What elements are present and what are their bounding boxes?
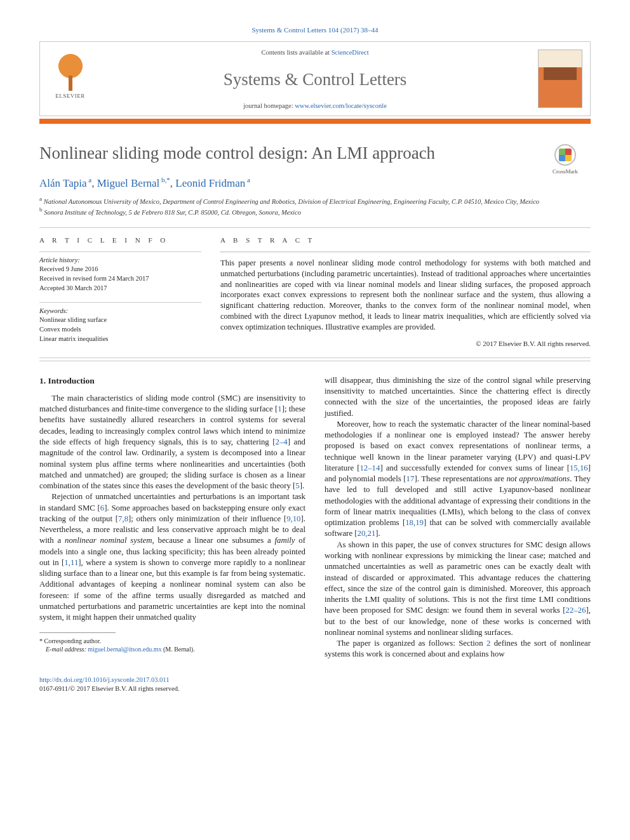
intro-para-4: As shown in this paper, the use of conve… (325, 540, 591, 638)
author-1[interactable]: Alán Tapia (39, 177, 87, 189)
ref-link[interactable]: 18,19 (405, 518, 424, 527)
orange-divider (39, 119, 591, 124)
contents-available-line: Contents lists available at ScienceDirec… (261, 48, 368, 57)
ref-link[interactable]: 12–14 (359, 463, 380, 472)
ref-link[interactable]: 9,10 (286, 514, 300, 523)
abstract-copyright: © 2017 Elsevier B.V. All rights reserved… (220, 339, 591, 349)
affiliation-a: a National Autonomous University of Mexi… (39, 195, 591, 206)
intro-para-1-text: The main characteristics of sliding mode… (39, 394, 305, 490)
crossmark-icon (554, 144, 576, 166)
author-1-affil-sup: a (87, 176, 92, 183)
keywords-block: Keywords: Nonlinear sliding surface Conv… (39, 307, 201, 344)
crossmark-badge[interactable]: CrossMark (540, 142, 591, 175)
intro-para-2-continued: will disappear, thus diminishing the siz… (325, 375, 591, 419)
journal-reference-link[interactable]: Systems & Control Letters 104 (2017) 38–… (251, 26, 378, 34)
elsevier-logo[interactable]: ELSEVIER (51, 53, 90, 105)
author-2[interactable]: Miguel Bernal (97, 177, 160, 189)
divider (220, 251, 591, 253)
footnote-separator (39, 632, 116, 633)
ref-link[interactable]: 1,11 (64, 558, 78, 567)
divider (39, 361, 591, 361)
footnote-email-suffix: (M. Bernal). (161, 646, 194, 653)
divider (39, 227, 591, 228)
journal-banner: ELSEVIER Contents lists available at Sci… (39, 41, 591, 116)
author-3-affil-sup: a (245, 176, 250, 183)
p2-em2: family (275, 536, 295, 545)
author-2-affil-link[interactable]: b,* (161, 176, 170, 183)
crossmark-label: CrossMark (553, 168, 578, 175)
article-info-label: A R T I C L E I N F O (39, 236, 201, 245)
article-history-label: Article history: (39, 257, 80, 263)
ref-link[interactable]: 20,21 (358, 529, 376, 538)
ref-link[interactable]: 5 (295, 481, 299, 490)
footnote-star: * Corresponding author. (39, 637, 101, 644)
divider (39, 251, 201, 252)
ref-link[interactable]: 22–26 (566, 606, 586, 615)
author-3[interactable]: Leonid Fridman (175, 177, 245, 189)
intro-para-5: The paper is organized as follows: Secti… (325, 638, 591, 660)
p2c: of models into a single one, thus lackin… (39, 536, 305, 622)
keyword-1: Nonlinear sliding surface (39, 316, 107, 323)
intro-para-2: Rejection of unmatched uncertainties and… (39, 491, 305, 623)
author-1-affil-link[interactable]: a (88, 176, 91, 183)
journal-cover-area (530, 42, 590, 116)
abstract-text: This paper presents a novel nonlinear sl… (220, 258, 591, 333)
p2b: , because a linear one subsumes a (152, 536, 274, 545)
section-1-heading: 1. Introduction (39, 375, 305, 387)
journal-reference: Systems & Control Letters 104 (2017) 38–… (39, 25, 591, 35)
page-footer: http://dx.doi.org/10.1016/j.sysconle.201… (39, 676, 591, 693)
article-history: Article history: Received 9 June 2016 Re… (39, 256, 201, 293)
author-3-affil-link[interactable]: a (247, 176, 250, 183)
publisher-logo-area: ELSEVIER (40, 42, 100, 116)
affiliation-a-sup: a (39, 196, 42, 202)
ref-link[interactable]: 2–4 (276, 437, 288, 446)
ref-link[interactable]: 7,8 (118, 514, 128, 523)
p2-em1: nonlinear nominal system (65, 536, 152, 545)
section-ref-link[interactable]: 2 (486, 639, 490, 648)
journal-cover-thumbnail[interactable] (538, 50, 582, 108)
abstract-column: A B S T R A C T This paper presents a no… (220, 236, 591, 349)
homepage-prefix: journal homepage: (243, 102, 295, 109)
contents-prefix: Contents lists available at (261, 49, 331, 56)
keywords-label: Keywords: (39, 307, 68, 314)
body-text: 1. Introduction The main characteristics… (39, 375, 591, 660)
abstract-label: A B S T R A C T (220, 236, 591, 245)
affiliation-b-text: Sonora Institute of Technology, 5 de Feb… (44, 209, 301, 216)
article-info-column: A R T I C L E I N F O Article history: R… (39, 236, 201, 349)
author-list: Alán Tapia a, Miguel Bernal b,*, Leonid … (39, 175, 591, 191)
intro-para-1: The main characteristics of sliding mode… (39, 393, 305, 491)
paper-title: Nonlinear sliding mode control design: A… (39, 142, 540, 164)
ref-link[interactable]: 17 (406, 474, 415, 483)
history-received: Received 9 June 2016 (39, 265, 98, 272)
ref-link[interactable]: 6 (100, 503, 104, 512)
history-revised: Received in revised form 24 March 2017 (39, 275, 149, 282)
corresponding-author-note: * Corresponding author. E-mail address: … (39, 637, 305, 654)
divider (39, 357, 591, 358)
ref-link[interactable]: 15,16 (570, 463, 588, 472)
publisher-name: ELSEVIER (55, 92, 85, 100)
author-2-affil-sup: b,* (159, 176, 170, 183)
journal-name: Systems & Control Letters (224, 68, 407, 91)
keyword-2: Convex models (39, 326, 81, 333)
history-accepted: Accepted 30 March 2017 (39, 284, 107, 291)
intro-para-3: Moreover, how to reach the systematic ch… (325, 419, 591, 540)
footnote-email-label: E-mail address: (46, 646, 88, 653)
affiliation-b-sup: b (39, 206, 43, 213)
p3b: . They have led to full developed and st… (325, 474, 591, 538)
corresponding-email-link[interactable]: miguel.bernal@itson.edu.mx (88, 646, 161, 653)
p3-em: not approximations (506, 474, 570, 483)
affiliation-b: b Sonora Institute of Technology, 5 de F… (39, 206, 591, 217)
sciencedirect-link[interactable]: ScienceDirect (332, 49, 369, 56)
divider (39, 302, 201, 303)
affiliation-a-text: National Autonomous University of Mexico… (44, 197, 539, 204)
ref-link[interactable]: 1 (278, 404, 281, 413)
journal-homepage-link[interactable]: www.elsevier.com/locate/sysconle (295, 102, 387, 109)
issn-copyright-line: 0167-6911/© 2017 Elsevier B.V. All right… (39, 685, 180, 692)
doi-link[interactable]: http://dx.doi.org/10.1016/j.sysconle.201… (39, 676, 169, 683)
keyword-3: Linear matrix inequalities (39, 335, 108, 342)
journal-homepage-line: journal homepage: www.elsevier.com/locat… (243, 102, 387, 110)
elsevier-tree-icon (54, 53, 87, 91)
affiliations: a National Autonomous University of Mexi… (39, 195, 591, 217)
